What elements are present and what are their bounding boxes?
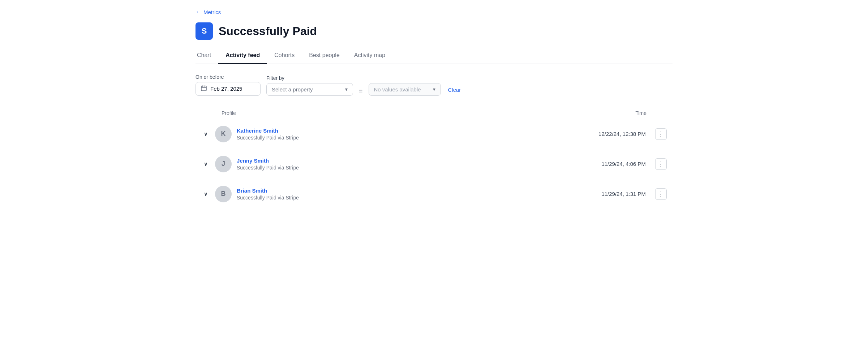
svg-rect-0 xyxy=(201,86,206,91)
tab-activity-feed[interactable]: Activity feed xyxy=(218,48,267,64)
profile-name[interactable]: Jenny Smith xyxy=(237,158,576,164)
table-row: ∨ B Brian Smith Successfully Paid via St… xyxy=(195,179,673,209)
table-row: ∨ K Katherine Smith Successfully Paid vi… xyxy=(195,119,673,149)
more-options-button[interactable]: ⋮ xyxy=(655,128,667,140)
expand-button[interactable]: ∨ xyxy=(201,161,210,167)
back-link-label: Metrics xyxy=(203,9,221,15)
profile-info: Jenny Smith Successfully Paid via Stripe xyxy=(237,158,576,171)
time-cell: 12/22/24, 12:38 PM xyxy=(581,131,646,137)
values-chevron-icon: ▾ xyxy=(433,86,435,92)
property-filter-group: Filter by Select a property ▾ xyxy=(266,75,353,96)
tabs-bar: Chart Activity feed Cohorts Best people … xyxy=(195,48,673,64)
avatar: B xyxy=(215,186,232,202)
page-header: S Successfully Paid xyxy=(195,22,673,40)
more-options-button[interactable]: ⋮ xyxy=(655,158,667,170)
tab-chart[interactable]: Chart xyxy=(195,48,218,64)
table-row: ∨ J Jenny Smith Successfully Paid via St… xyxy=(195,149,673,179)
time-cell: 11/29/24, 1:31 PM xyxy=(581,191,646,197)
profile-name[interactable]: Brian Smith xyxy=(237,188,576,194)
back-arrow-icon: ← xyxy=(195,9,201,15)
expand-button[interactable]: ∨ xyxy=(201,191,210,197)
clear-button[interactable]: Clear xyxy=(447,84,463,96)
tab-activity-map[interactable]: Activity map xyxy=(347,48,392,64)
date-filter-label: On or before xyxy=(195,74,261,80)
col-profile-header: Profile xyxy=(222,110,236,116)
page-title: Successfully Paid xyxy=(219,25,317,38)
values-placeholder: No values available xyxy=(374,86,421,93)
activity-list: ∨ K Katherine Smith Successfully Paid vi… xyxy=(195,119,673,209)
profile-event: Successfully Paid via Stripe xyxy=(237,195,576,201)
more-options-button[interactable]: ⋮ xyxy=(655,188,667,200)
col-time-header: Time xyxy=(635,110,646,116)
avatar: J xyxy=(215,156,232,172)
profile-event: Successfully Paid via Stripe xyxy=(237,165,576,171)
date-value: Feb 27, 2025 xyxy=(210,86,242,92)
property-select[interactable]: Select a property ▾ xyxy=(266,83,353,96)
date-input[interactable]: Feb 27, 2025 xyxy=(195,82,261,96)
time-cell: 11/29/24, 4:06 PM xyxy=(581,161,646,167)
profile-info: Katherine Smith Successfully Paid via St… xyxy=(237,128,576,141)
avatar: K xyxy=(215,126,232,142)
chevron-down-icon: ▾ xyxy=(345,86,348,92)
equals-sign: = xyxy=(359,87,363,96)
profile-event: Successfully Paid via Stripe xyxy=(237,135,576,141)
calendar-icon xyxy=(201,85,207,93)
expand-button[interactable]: ∨ xyxy=(201,131,210,137)
table-header: Profile Time xyxy=(195,107,673,119)
page-icon: S xyxy=(195,22,213,40)
tab-cohorts[interactable]: Cohorts xyxy=(267,48,302,64)
filter-by-label: Filter by xyxy=(266,75,353,81)
tab-best-people[interactable]: Best people xyxy=(302,48,347,64)
date-filter-group: On or before Feb 27, 2025 xyxy=(195,74,261,96)
page-container: ← Metrics S Successfully Paid Chart Acti… xyxy=(181,0,687,218)
profile-name[interactable]: Katherine Smith xyxy=(237,128,576,134)
values-select[interactable]: No values available ▾ xyxy=(369,83,441,96)
back-link[interactable]: ← Metrics xyxy=(195,9,673,15)
profile-info: Brian Smith Successfully Paid via Stripe xyxy=(237,188,576,201)
filters-row: On or before Feb 27, 2025 Filter by Sele… xyxy=(195,74,673,96)
property-placeholder: Select a property xyxy=(272,86,313,93)
